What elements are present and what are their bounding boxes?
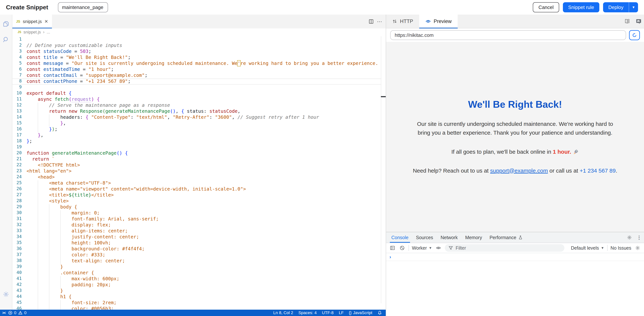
- code-line[interactable]: 11 async fetch(request) {: [12, 97, 386, 103]
- code-line[interactable]: 15 },: [12, 120, 386, 126]
- tab-preview[interactable]: Preview: [419, 15, 458, 28]
- code-line[interactable]: 35 height: 100vh;: [12, 240, 386, 246]
- tab-label: snippet.js: [23, 19, 42, 24]
- tab-performance[interactable]: Performance: [486, 232, 526, 243]
- code-line[interactable]: 2// Define your customizable inputs: [12, 43, 386, 49]
- tab-snippet-js[interactable]: JS snippet.js ✕: [12, 15, 52, 29]
- code-line[interactable]: 8const contactPhone = "+1 234 567 89";: [12, 79, 386, 85]
- code-line[interactable]: 34 justify-content: center;: [12, 234, 386, 240]
- code-line[interactable]: 46 color: #0056b3;: [12, 306, 386, 310]
- code-line[interactable]: 23<html lang="en">: [12, 168, 386, 174]
- warning-count: 0: [24, 310, 26, 315]
- deploy-split-button: Deploy ▼: [603, 2, 638, 12]
- code-line[interactable]: 9: [12, 85, 386, 91]
- code-line[interactable]: 36 background-color: #f4f4f4;: [12, 246, 386, 252]
- indentation[interactable]: Spaces: 4: [298, 310, 317, 315]
- console-settings-gear-icon[interactable]: [634, 245, 641, 251]
- code-line[interactable]: 4const title = "We'll Be Right Back!";: [12, 55, 386, 61]
- code-line[interactable]: 43 }: [12, 288, 386, 294]
- preview-url-input[interactable]: [390, 30, 626, 40]
- code-line[interactable]: 1: [12, 37, 386, 43]
- notifications-bell-icon[interactable]: [378, 310, 382, 315]
- docs-book-icon[interactable]: [622, 15, 633, 28]
- console-sidebar-toggle-icon[interactable]: [389, 245, 396, 251]
- snippet-rule-button[interactable]: Snippet rule: [563, 2, 599, 12]
- split-editor-icon[interactable]: [366, 15, 376, 29]
- issues-counter[interactable]: No Issues: [610, 245, 631, 251]
- refresh-button[interactable]: [629, 30, 640, 40]
- editor-scrollbar[interactable]: [381, 36, 386, 303]
- code-line[interactable]: 29 body {: [12, 204, 386, 210]
- code-line[interactable]: 14 headers: { "Content-Type": "text/html…: [12, 114, 386, 120]
- code-line[interactable]: 22 <!DOCTYPE html>: [12, 162, 386, 168]
- code-line[interactable]: 28 <style>: [12, 198, 386, 204]
- code-line[interactable]: 26 <meta name="viewport" content="width=…: [12, 186, 386, 192]
- tab-sources[interactable]: Sources: [412, 232, 437, 243]
- code-line[interactable]: 5const message = "Our site is currently …: [12, 61, 386, 67]
- devtools-menu-kebab-icon[interactable]: ⋮: [634, 232, 644, 243]
- code-line[interactable]: 30 margin: 0;: [12, 210, 386, 216]
- code-line[interactable]: 20function generateMaintenancePage() {: [12, 150, 386, 156]
- deploy-caret-button[interactable]: ▼: [629, 2, 638, 12]
- deploy-button[interactable]: Deploy: [603, 2, 629, 12]
- remote-indicator-icon[interactable]: ><: [2, 311, 5, 315]
- code-line[interactable]: 27 <title>${title}</title>: [12, 192, 386, 198]
- code-line[interactable]: 16 });: [12, 126, 386, 132]
- code-line[interactable]: 6const estimatedTime = "1 hour";: [12, 67, 386, 73]
- code-line[interactable]: 45 font-size: 2rem;: [12, 300, 386, 306]
- maintenance-eta: If all goes to plan, we'll be back onlin…: [413, 148, 617, 156]
- support-email-link[interactable]: support@example.com: [490, 168, 548, 174]
- code-line[interactable]: 13 return new Response(generateMaintenan…: [12, 108, 386, 114]
- snippet-name-input[interactable]: [58, 2, 108, 12]
- discord-icon[interactable]: [633, 15, 644, 28]
- live-expression-eye-icon[interactable]: [435, 245, 442, 251]
- console-filter-input[interactable]: Filter: [445, 244, 564, 252]
- tab-console[interactable]: Console: [388, 232, 412, 243]
- code-line[interactable]: 21 return `: [12, 156, 386, 162]
- code-line[interactable]: 24 <head>: [12, 174, 386, 180]
- code-line[interactable]: 25 <meta charset="UTF-8">: [12, 180, 386, 186]
- code-line[interactable]: 10export default {: [12, 91, 386, 97]
- code-line[interactable]: 39 }: [12, 264, 386, 270]
- code-line[interactable]: 38 text-align: center;: [12, 258, 386, 264]
- tab-network[interactable]: Network: [437, 232, 462, 243]
- eol-sequence[interactable]: LF: [339, 310, 344, 315]
- language-mode[interactable]: {} JavaScript: [349, 310, 372, 315]
- code-line[interactable]: 7const contactEmail = "support@example.c…: [12, 73, 386, 79]
- explorer-files-icon[interactable]: [2, 20, 10, 28]
- tab-http[interactable]: HTTP: [386, 15, 419, 28]
- code-line[interactable]: 31 font-family: Arial, sans-serif;: [12, 216, 386, 222]
- cursor-position[interactable]: Ln 8, Col 2: [273, 310, 293, 315]
- execution-context-dropdown[interactable]: Worker ▼: [412, 245, 432, 251]
- console-prompt-row[interactable]: ›: [386, 253, 644, 261]
- code-line[interactable]: 12 // Serve the maintenance page as a re…: [12, 103, 386, 108]
- code-line[interactable]: 19: [12, 144, 386, 150]
- code-line[interactable]: 32 display: flex;: [12, 222, 386, 228]
- tab-memory[interactable]: Memory: [462, 232, 486, 243]
- cancel-button[interactable]: Cancel: [533, 2, 559, 12]
- code-line[interactable]: 40 .container {: [12, 270, 386, 276]
- code-lines[interactable]: 12// Define your customizable inputs3con…: [12, 36, 386, 310]
- code-line[interactable]: 33 align-items: center;: [12, 228, 386, 234]
- close-tab-icon[interactable]: ✕: [44, 19, 48, 24]
- breadcrumb[interactable]: JS snippet.js › ...: [12, 29, 386, 36]
- code-line[interactable]: 37 color: #333;: [12, 252, 386, 258]
- problems-status[interactable]: 0 0: [8, 310, 26, 315]
- search-icon[interactable]: [2, 36, 10, 44]
- clear-console-icon[interactable]: [399, 245, 406, 251]
- more-actions-icon[interactable]: ⋯: [376, 15, 386, 29]
- code-line[interactable]: 42 padding: 20px;: [12, 282, 386, 288]
- language-label: JavaScript: [353, 310, 372, 315]
- error-icon: [8, 310, 12, 315]
- code-line[interactable]: 3const statusCode = 503;: [12, 49, 386, 55]
- phone-link[interactable]: +1 234 567 89: [580, 168, 616, 174]
- devtools-settings-gear-icon[interactable]: [624, 232, 634, 243]
- code-line[interactable]: 41 max-width: 600px;: [12, 276, 386, 282]
- settings-gear-icon[interactable]: [2, 290, 10, 298]
- code-line[interactable]: 18};: [12, 138, 386, 144]
- console-log-area[interactable]: ›: [386, 253, 644, 316]
- encoding[interactable]: UTF-8: [322, 310, 334, 315]
- code-line[interactable]: 44 h1 {: [12, 294, 386, 300]
- log-levels-dropdown[interactable]: Default levels ▼: [571, 245, 604, 251]
- code-line[interactable]: 17 },: [12, 132, 386, 138]
